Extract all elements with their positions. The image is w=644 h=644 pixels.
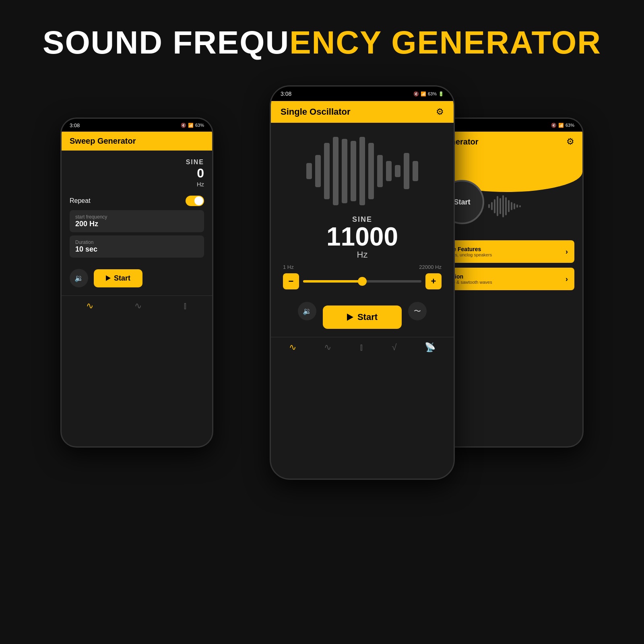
center-wave-btn[interactable]: 〜 bbox=[408, 302, 427, 320]
center-freq-unit: Hz bbox=[357, 250, 368, 260]
waveform-bar-10 bbox=[386, 161, 392, 181]
left-app-content: SINE 0 Hz Repeat start frequency 200 Hz … bbox=[62, 151, 212, 295]
slider-fill bbox=[303, 280, 362, 283]
left-bottom-bar: ∿ ∿ ⫿ bbox=[62, 295, 212, 316]
center-header-title: Single Oscillator bbox=[281, 107, 351, 117]
duration-label: Duration bbox=[75, 239, 198, 245]
left-app-header: Sweep Generator bbox=[62, 132, 212, 151]
left-volume-btn[interactable]: 🔉 bbox=[70, 269, 88, 287]
right-waveform bbox=[488, 194, 521, 218]
start-freq-value: 200 Hz bbox=[75, 220, 198, 228]
right-gear-icon[interactable]: ⚙ bbox=[566, 136, 574, 147]
left-start-button[interactable]: Start bbox=[94, 269, 142, 287]
center-gear-icon[interactable]: ⚙ bbox=[436, 107, 444, 117]
waveform-bar-5 bbox=[342, 139, 347, 203]
waveform-bar-7 bbox=[359, 137, 365, 205]
duration-value: 10 sec bbox=[75, 245, 198, 254]
waveform-bar-6 bbox=[351, 141, 356, 201]
waveform-bar-8 bbox=[368, 143, 374, 199]
waveform-bar-12 bbox=[404, 153, 409, 189]
left-duration-box: Duration 10 sec bbox=[70, 235, 204, 258]
center-status-icons: 🔇 📶 63% 🔋 bbox=[413, 91, 444, 97]
left-freq-type: SINE bbox=[70, 159, 204, 166]
left-header-title: Sweep Generator bbox=[70, 136, 136, 146]
center-notch bbox=[338, 87, 386, 98]
center-waveform bbox=[306, 131, 418, 211]
slider-thumb[interactable] bbox=[358, 277, 367, 286]
left-start-freq-box: start frequency 200 Hz bbox=[70, 210, 204, 232]
right-start-row: Start bbox=[440, 188, 574, 224]
left-phone: 3:08 🔇 📶 63% Sweep Generator SINE 0 Hz R… bbox=[60, 118, 213, 448]
left-tab-2[interactable]: ∿ bbox=[134, 301, 142, 311]
center-tab-2[interactable]: ∿ bbox=[324, 342, 331, 353]
slider-track[interactable] bbox=[303, 280, 421, 283]
left-tab-1[interactable]: ∿ bbox=[86, 301, 93, 311]
center-app-header: Single Oscillator ⚙ bbox=[271, 101, 454, 123]
feature1-chevron-icon: › bbox=[566, 248, 568, 256]
center-tab-5[interactable]: 📡 bbox=[425, 342, 436, 353]
center-tab-3[interactable]: ⫿ bbox=[359, 342, 364, 353]
slider-plus-btn[interactable]: + bbox=[425, 273, 442, 289]
waveform-bar-4 bbox=[333, 137, 339, 205]
left-play-icon bbox=[106, 275, 111, 281]
right-status-icons: 🔇 📶 63% bbox=[551, 123, 574, 128]
repeat-toggle[interactable] bbox=[186, 196, 204, 206]
phones-container: 3:08 🔇 📶 63% Sweep Generator SINE 0 Hz R… bbox=[40, 85, 604, 568]
right-feature-2[interactable]: nation uare & sawtooth waves › bbox=[440, 268, 574, 290]
right-feature-1[interactable]: nce Features notes, unclog speakers › bbox=[440, 240, 574, 263]
waveform-bar-1 bbox=[306, 163, 312, 179]
slider-minus-btn[interactable]: − bbox=[283, 273, 299, 289]
slider-labels: 1 Hz 22000 Hz bbox=[283, 264, 442, 270]
left-freq-value: 0 bbox=[70, 166, 204, 181]
center-play-icon bbox=[347, 314, 353, 321]
center-tab-4[interactable]: √ bbox=[392, 342, 397, 353]
right-features: nce Features notes, unclog speakers › na… bbox=[440, 240, 574, 290]
waveform-bar-13 bbox=[413, 161, 418, 181]
center-controls-row: 🔉 Start 〜 bbox=[298, 293, 427, 329]
left-freq-display: SINE 0 Hz bbox=[70, 159, 204, 188]
start-freq-label: start frequency bbox=[75, 214, 198, 220]
slider-row: − + bbox=[283, 273, 442, 289]
center-app-content: SINE 11000 Hz 1 Hz 22000 Hz − + bbox=[271, 123, 454, 337]
center-slider-area: 1 Hz 22000 Hz − + bbox=[279, 264, 446, 289]
center-freq-value: 11000 bbox=[326, 224, 398, 250]
waveform-bar-2 bbox=[315, 155, 321, 187]
center-start-button[interactable]: Start bbox=[323, 305, 402, 329]
waveform-bar-3 bbox=[324, 143, 330, 199]
center-volume-btn[interactable]: 🔉 bbox=[298, 302, 316, 320]
center-bottom-bar: ∿ ∿ ⫿ √ 📡 bbox=[271, 337, 454, 357]
waveform-bar-11 bbox=[395, 165, 400, 177]
center-tab-1[interactable]: ∿ bbox=[289, 342, 296, 353]
page-title: SOUND FREQUENCY GENERATOR bbox=[43, 24, 601, 61]
repeat-label: Repeat bbox=[70, 197, 91, 204]
center-phone: 3:08 🔇 📶 63% 🔋 Single Oscillator ⚙ bbox=[270, 85, 455, 480]
left-tab-3[interactable]: ⫿ bbox=[183, 301, 188, 311]
left-controls-row: 🔉 Start bbox=[70, 269, 204, 287]
left-repeat-row: Repeat bbox=[70, 192, 204, 210]
waveform-bar-9 bbox=[377, 155, 383, 187]
left-freq-unit: Hz bbox=[70, 181, 204, 188]
left-status-icons: 🔇 📶 63% bbox=[181, 123, 204, 128]
left-status-bar: 3:08 🔇 📶 63% bbox=[62, 119, 212, 132]
feature2-chevron-icon: › bbox=[566, 275, 568, 283]
